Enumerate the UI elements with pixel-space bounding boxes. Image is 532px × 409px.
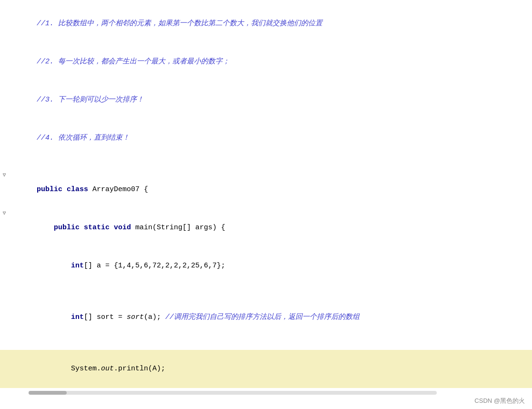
code-line-7: ▽ public static void main(String[] args)… (0, 209, 532, 247)
code-line-11 (0, 337, 532, 350)
indent-7 (37, 224, 54, 232)
sort-args: (a); (144, 313, 165, 321)
code-line-1: //1. 比较数组中，两个相邻的元素，如果第一个数比第二个数大，我们就交换他们的… (0, 5, 532, 43)
gutter-6: ▽ (0, 171, 9, 178)
code-line-8: int[] a = {1,4,5,6,72,2,2,2,25,6,7}; (0, 247, 532, 285)
keyword-public-2: public (54, 224, 84, 232)
code-line-10: int[] sort = sort(a); //调用完我们自己写的排序方法以后，… (0, 298, 532, 337)
line-content-11 (9, 337, 532, 349)
code-line-2: //2. 每一次比较，都会产生出一个最大，或者最小的数字； (0, 43, 532, 81)
array-decl: [] a = {1,4,5,6,72,2,2,2,25,6,7}; (84, 262, 225, 270)
line-content-6: public class ArrayDemo07 { (9, 171, 532, 208)
code-editor: //1. 比较数组中，两个相邻的元素，如果第一个数比第二个数大，我们就交换他们的… (0, 0, 532, 409)
watermark: CSDN @黑色的火 (474, 397, 525, 405)
keyword-int-1: int (71, 262, 84, 270)
gutter-7: ▽ (0, 209, 9, 216)
horizontal-scrollbar[interactable] (29, 391, 437, 395)
indent-10 (37, 313, 71, 321)
line-content-14 (9, 402, 532, 409)
comment-text-1: //1. 比较数组中，两个相邻的元素，如果第一个数比第二个数大，我们就交换他们的… (37, 20, 322, 28)
line-content-7: public static void main(String[] args) { (9, 209, 532, 246)
line-content-2: //2. 每一次比较，都会产生出一个最大，或者最小的数字； (9, 43, 532, 81)
class-name: ArrayDemo07 { (92, 185, 148, 194)
comment-text-2: //2. 每一次比较，都会产生出一个最大，或者最小的数字； (37, 58, 230, 66)
fold-icon-6[interactable]: ▽ (1, 171, 8, 178)
code-line-9 (0, 285, 532, 298)
line-content-3: //3. 下一轮则可以少一次排序！ (9, 82, 532, 119)
code-line-13 (0, 388, 532, 401)
line-content-1: //1. 比较数组中，两个相邻的元素，如果第一个数比第二个数大，我们就交换他们的… (9, 5, 532, 42)
code-line-14 (0, 401, 532, 409)
comment-text-3: //3. 下一轮则可以少一次排序！ (37, 96, 144, 104)
code-line-5 (0, 157, 532, 171)
line-content-13 (9, 389, 532, 401)
code-line-3: //3. 下一轮则可以少一次排序！ (0, 81, 532, 119)
line-content-5 (9, 158, 532, 170)
comment-text-4: //4. 依次循环，直到结束！ (37, 134, 130, 142)
println-stmt: System.out.println(A); (37, 365, 165, 373)
line-content-4: //4. 依次循环，直到结束！ (9, 120, 532, 157)
sort-call: sort (127, 313, 144, 321)
line-content-10: int[] sort = sort(a); //调用完我们自己写的排序方法以后，… (9, 299, 532, 336)
keyword-int-2: int (71, 313, 84, 321)
line-content-12: System.out.println(A); (9, 350, 532, 388)
indent-8 (37, 262, 71, 270)
code-line-6: ▽ public class ArrayDemo07 { (0, 171, 532, 209)
main-signature: main(String[] args) { (135, 224, 225, 232)
fold-icon-7[interactable]: ▽ (1, 209, 8, 216)
code-line-4: //4. 依次循环，直到结束！ (0, 119, 532, 157)
sort-decl: [] sort = (84, 313, 127, 321)
inline-comment-1: //调用完我们自己写的排序方法以后，返回一个排序后的数组 (165, 313, 360, 321)
line-content-9 (9, 286, 532, 298)
keyword-static-1: static (84, 224, 114, 232)
line-content-8: int[] a = {1,4,5,6,72,2,2,2,25,6,7}; (9, 247, 532, 285)
keyword-public-1: public (37, 185, 67, 194)
code-line-12: System.out.println(A); (0, 350, 532, 388)
scrollbar-thumb[interactable] (29, 391, 67, 395)
out-ref: out (101, 365, 114, 373)
keyword-class-1: class (67, 185, 92, 194)
keyword-void-1: void (114, 224, 135, 232)
